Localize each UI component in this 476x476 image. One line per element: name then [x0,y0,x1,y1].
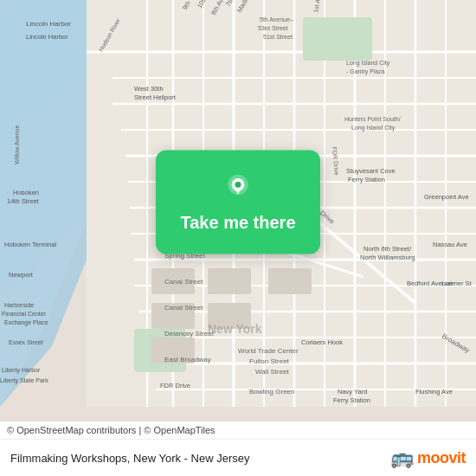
svg-text:Corlaers Hook: Corlaers Hook [301,338,343,346]
svg-text:5th Avenue–: 5th Avenue– [260,16,293,23]
svg-text:Navy Yard: Navy Yard [338,388,367,396]
svg-text:Long Island City: Long Island City [351,125,396,132]
svg-text:Willow Avenue: Willow Avenue [14,125,20,164]
svg-text:53rd Street: 53rd Street [258,25,288,31]
moovit-logo[interactable]: 🚌 moovit [390,447,466,469]
location-text: Filmmaking Workshops, New York - New Jer… [10,452,249,465]
svg-text:North 6th Street/: North 6th Street/ [363,245,412,253]
svg-text:Harborside: Harborside [4,302,34,308]
svg-text:East Broadway: East Broadway [164,356,211,363]
svg-text:Liberty State Park: Liberty State Park [0,377,48,384]
svg-text:Canal Street: Canal Street [164,278,203,286]
svg-text:Ferry Station: Ferry Station [333,396,370,404]
svg-text:Ferry Station: Ferry Station [348,176,385,183]
location-pin-icon [221,171,255,206]
svg-text:Greenpoint Ave: Greenpoint Ave [424,193,469,201]
app: Spring Street Canal Street Canal Street … [0,0,476,476]
svg-text:West 30th: West 30th [134,85,164,93]
svg-text:Newport: Newport [9,271,34,279]
svg-rect-31 [303,17,372,61]
svg-text:Financial Center: Financial Center [2,311,47,317]
svg-text:Bowling Green: Bowling Green [249,388,294,396]
svg-text:- Gantry Plaza: - Gantry Plaza [346,68,385,75]
attribution-bar: © OpenStreetMap contributors | © OpenMap… [0,421,476,439]
svg-rect-33 [208,268,251,294]
map-container: Spring Street Canal Street Canal Street … [0,0,476,421]
info-bar: Filmmaking Workshops, New York - New Jer… [0,439,476,476]
svg-text:Hunters Point South/: Hunters Point South/ [344,116,401,122]
svg-point-97 [235,182,241,188]
take-me-there-label: Take me there [180,213,295,233]
svg-text:North Williamsburg: North Williamsburg [360,254,415,261]
svg-text:51st Street: 51st Street [263,34,293,40]
svg-text:Liberty Harbor: Liberty Harbor [2,367,41,374]
svg-rect-34 [268,268,312,294]
svg-text:Essex Street: Essex Street [9,339,43,345]
svg-text:Wall Street: Wall Street [255,368,290,376]
svg-text:Stuyvesant Cove: Stuyvesant Cove [346,167,396,175]
svg-text:Fulton Street: Fulton Street [249,357,290,365]
svg-text:New York: New York [208,322,262,336]
svg-text:Hoboken: Hoboken [13,189,39,196]
svg-text:Lincoln Harbor: Lincoln Harbor [26,20,71,28]
svg-text:14th Street: 14th Street [7,197,40,205]
moovit-brand-text: moovit [417,449,466,467]
attribution-text: © OpenStreetMap contributors | © OpenMap… [7,425,215,435]
svg-text:Nassau Ave: Nassau Ave [433,241,467,248]
svg-text:Long Island City: Long Island City [346,60,390,67]
svg-text:Canal Street: Canal Street [164,304,203,312]
svg-text:Lorimer St: Lorimer St [441,280,473,287]
svg-text:Exchange Place: Exchange Place [4,319,48,326]
svg-text:Hoboken Terminal: Hoboken Terminal [4,241,57,248]
svg-text:Lincoln Harbor: Lincoln Harbor [26,33,68,41]
action-card[interactable]: Take me there [156,150,320,254]
svg-text:Flushing Ave: Flushing Ave [415,388,453,396]
svg-text:FDR Drive: FDR Drive [160,382,190,389]
moovit-bus-icon: 🚌 [390,447,414,469]
svg-text:World Trade Center: World Trade Center [238,347,299,355]
svg-text:Street Heliport: Street Heliport [134,93,177,101]
